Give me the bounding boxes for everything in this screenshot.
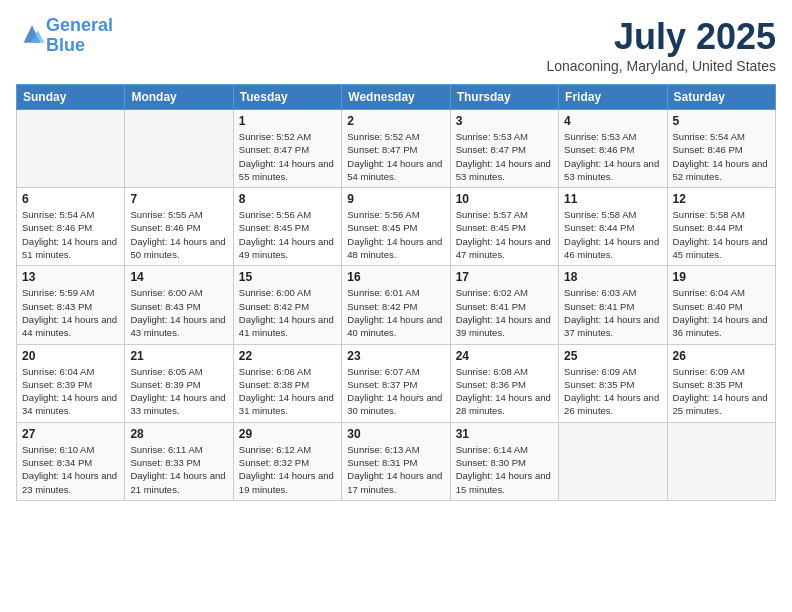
calendar-cell-11: 11Sunrise: 5:58 AM Sunset: 8:44 PM Dayli… xyxy=(559,188,667,266)
calendar-cell-24: 24Sunrise: 6:08 AM Sunset: 8:36 PM Dayli… xyxy=(450,344,558,422)
day-number: 8 xyxy=(239,192,336,206)
week-row-2: 6Sunrise: 5:54 AM Sunset: 8:46 PM Daylig… xyxy=(17,188,776,266)
day-number: 7 xyxy=(130,192,227,206)
calendar-cell-17: 17Sunrise: 6:02 AM Sunset: 8:41 PM Dayli… xyxy=(450,266,558,344)
calendar-cell-29: 29Sunrise: 6:12 AM Sunset: 8:32 PM Dayli… xyxy=(233,422,341,500)
day-info: Sunrise: 5:56 AM Sunset: 8:45 PM Dayligh… xyxy=(347,208,444,261)
day-info: Sunrise: 5:59 AM Sunset: 8:43 PM Dayligh… xyxy=(22,286,119,339)
day-number: 10 xyxy=(456,192,553,206)
weekday-header-friday: Friday xyxy=(559,85,667,110)
calendar-cell-3: 3Sunrise: 5:53 AM Sunset: 8:47 PM Daylig… xyxy=(450,110,558,188)
day-info: Sunrise: 6:12 AM Sunset: 8:32 PM Dayligh… xyxy=(239,443,336,496)
day-info: Sunrise: 5:52 AM Sunset: 8:47 PM Dayligh… xyxy=(239,130,336,183)
day-number: 2 xyxy=(347,114,444,128)
calendar-cell-23: 23Sunrise: 6:07 AM Sunset: 8:37 PM Dayli… xyxy=(342,344,450,422)
calendar-cell-19: 19Sunrise: 6:04 AM Sunset: 8:40 PM Dayli… xyxy=(667,266,775,344)
calendar-cell-14: 14Sunrise: 6:00 AM Sunset: 8:43 PM Dayli… xyxy=(125,266,233,344)
day-info: Sunrise: 6:04 AM Sunset: 8:39 PM Dayligh… xyxy=(22,365,119,418)
day-number: 18 xyxy=(564,270,661,284)
calendar-cell-4: 4Sunrise: 5:53 AM Sunset: 8:46 PM Daylig… xyxy=(559,110,667,188)
day-number: 28 xyxy=(130,427,227,441)
day-number: 11 xyxy=(564,192,661,206)
calendar-cell-8: 8Sunrise: 5:56 AM Sunset: 8:45 PM Daylig… xyxy=(233,188,341,266)
calendar-cell-empty xyxy=(125,110,233,188)
day-number: 25 xyxy=(564,349,661,363)
day-number: 19 xyxy=(673,270,770,284)
day-number: 30 xyxy=(347,427,444,441)
day-number: 23 xyxy=(347,349,444,363)
logo-general: General xyxy=(46,15,113,35)
page-header: General Blue July 2025 Lonaconing, Maryl… xyxy=(16,16,776,74)
day-info: Sunrise: 5:58 AM Sunset: 8:44 PM Dayligh… xyxy=(673,208,770,261)
calendar-cell-empty xyxy=(559,422,667,500)
logo: General Blue xyxy=(16,16,113,56)
calendar-cell-27: 27Sunrise: 6:10 AM Sunset: 8:34 PM Dayli… xyxy=(17,422,125,500)
calendar-cell-20: 20Sunrise: 6:04 AM Sunset: 8:39 PM Dayli… xyxy=(17,344,125,422)
day-number: 1 xyxy=(239,114,336,128)
weekday-header-tuesday: Tuesday xyxy=(233,85,341,110)
day-info: Sunrise: 5:57 AM Sunset: 8:45 PM Dayligh… xyxy=(456,208,553,261)
day-info: Sunrise: 6:00 AM Sunset: 8:43 PM Dayligh… xyxy=(130,286,227,339)
calendar-cell-9: 9Sunrise: 5:56 AM Sunset: 8:45 PM Daylig… xyxy=(342,188,450,266)
calendar-cell-6: 6Sunrise: 5:54 AM Sunset: 8:46 PM Daylig… xyxy=(17,188,125,266)
day-number: 20 xyxy=(22,349,119,363)
day-number: 29 xyxy=(239,427,336,441)
weekday-header-thursday: Thursday xyxy=(450,85,558,110)
title-area: July 2025 Lonaconing, Maryland, United S… xyxy=(546,16,776,74)
day-number: 16 xyxy=(347,270,444,284)
calendar-table: SundayMondayTuesdayWednesdayThursdayFrid… xyxy=(16,84,776,501)
calendar-cell-10: 10Sunrise: 5:57 AM Sunset: 8:45 PM Dayli… xyxy=(450,188,558,266)
logo-blue: Blue xyxy=(46,35,85,55)
day-number: 4 xyxy=(564,114,661,128)
calendar-cell-21: 21Sunrise: 6:05 AM Sunset: 8:39 PM Dayli… xyxy=(125,344,233,422)
day-info: Sunrise: 6:09 AM Sunset: 8:35 PM Dayligh… xyxy=(673,365,770,418)
day-number: 5 xyxy=(673,114,770,128)
calendar-cell-15: 15Sunrise: 6:00 AM Sunset: 8:42 PM Dayli… xyxy=(233,266,341,344)
day-info: Sunrise: 6:13 AM Sunset: 8:31 PM Dayligh… xyxy=(347,443,444,496)
week-row-3: 13Sunrise: 5:59 AM Sunset: 8:43 PM Dayli… xyxy=(17,266,776,344)
day-info: Sunrise: 5:53 AM Sunset: 8:46 PM Dayligh… xyxy=(564,130,661,183)
day-info: Sunrise: 5:52 AM Sunset: 8:47 PM Dayligh… xyxy=(347,130,444,183)
day-number: 14 xyxy=(130,270,227,284)
calendar-cell-18: 18Sunrise: 6:03 AM Sunset: 8:41 PM Dayli… xyxy=(559,266,667,344)
calendar-cell-empty xyxy=(17,110,125,188)
calendar-cell-12: 12Sunrise: 5:58 AM Sunset: 8:44 PM Dayli… xyxy=(667,188,775,266)
day-info: Sunrise: 6:04 AM Sunset: 8:40 PM Dayligh… xyxy=(673,286,770,339)
day-number: 31 xyxy=(456,427,553,441)
weekday-header-row: SundayMondayTuesdayWednesdayThursdayFrid… xyxy=(17,85,776,110)
day-number: 24 xyxy=(456,349,553,363)
calendar-cell-13: 13Sunrise: 5:59 AM Sunset: 8:43 PM Dayli… xyxy=(17,266,125,344)
day-number: 13 xyxy=(22,270,119,284)
day-info: Sunrise: 5:56 AM Sunset: 8:45 PM Dayligh… xyxy=(239,208,336,261)
day-info: Sunrise: 6:08 AM Sunset: 8:36 PM Dayligh… xyxy=(456,365,553,418)
weekday-header-monday: Monday xyxy=(125,85,233,110)
day-number: 9 xyxy=(347,192,444,206)
calendar-cell-22: 22Sunrise: 6:06 AM Sunset: 8:38 PM Dayli… xyxy=(233,344,341,422)
calendar-cell-2: 2Sunrise: 5:52 AM Sunset: 8:47 PM Daylig… xyxy=(342,110,450,188)
day-info: Sunrise: 5:53 AM Sunset: 8:47 PM Dayligh… xyxy=(456,130,553,183)
day-info: Sunrise: 6:05 AM Sunset: 8:39 PM Dayligh… xyxy=(130,365,227,418)
calendar-cell-28: 28Sunrise: 6:11 AM Sunset: 8:33 PM Dayli… xyxy=(125,422,233,500)
day-info: Sunrise: 5:58 AM Sunset: 8:44 PM Dayligh… xyxy=(564,208,661,261)
week-row-5: 27Sunrise: 6:10 AM Sunset: 8:34 PM Dayli… xyxy=(17,422,776,500)
day-number: 26 xyxy=(673,349,770,363)
week-row-1: 1Sunrise: 5:52 AM Sunset: 8:47 PM Daylig… xyxy=(17,110,776,188)
day-number: 15 xyxy=(239,270,336,284)
day-number: 27 xyxy=(22,427,119,441)
day-number: 3 xyxy=(456,114,553,128)
weekday-header-sunday: Sunday xyxy=(17,85,125,110)
day-number: 22 xyxy=(239,349,336,363)
weekday-header-wednesday: Wednesday xyxy=(342,85,450,110)
calendar-cell-25: 25Sunrise: 6:09 AM Sunset: 8:35 PM Dayli… xyxy=(559,344,667,422)
day-number: 6 xyxy=(22,192,119,206)
weekday-header-saturday: Saturday xyxy=(667,85,775,110)
day-info: Sunrise: 6:09 AM Sunset: 8:35 PM Dayligh… xyxy=(564,365,661,418)
day-info: Sunrise: 6:02 AM Sunset: 8:41 PM Dayligh… xyxy=(456,286,553,339)
calendar-cell-empty xyxy=(667,422,775,500)
day-info: Sunrise: 5:54 AM Sunset: 8:46 PM Dayligh… xyxy=(22,208,119,261)
day-number: 17 xyxy=(456,270,553,284)
calendar-cell-16: 16Sunrise: 6:01 AM Sunset: 8:42 PM Dayli… xyxy=(342,266,450,344)
day-number: 12 xyxy=(673,192,770,206)
day-info: Sunrise: 6:03 AM Sunset: 8:41 PM Dayligh… xyxy=(564,286,661,339)
location: Lonaconing, Maryland, United States xyxy=(546,58,776,74)
